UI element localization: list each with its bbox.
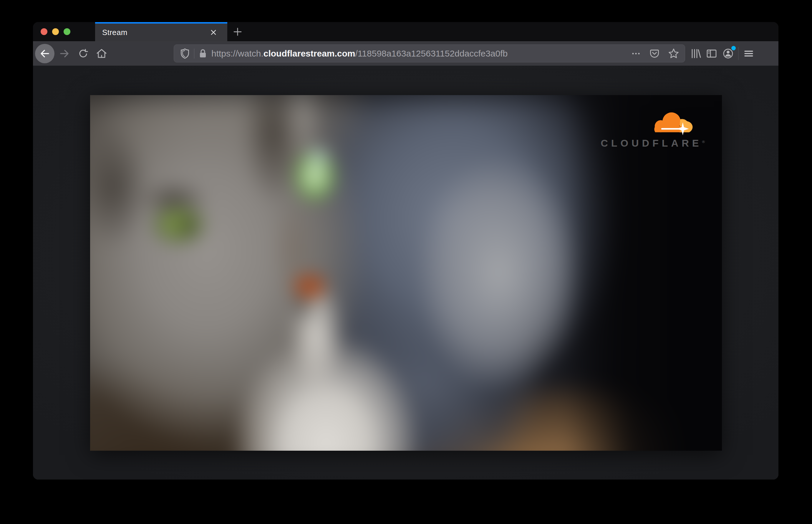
sidebar-icon[interactable] [705, 47, 718, 60]
account-notification-dot [731, 46, 736, 50]
trademark-symbol: ® [702, 140, 705, 144]
tracking-protection-shield-icon[interactable] [180, 48, 190, 59]
page-content: CLOUDFLARE® [33, 66, 778, 479]
plus-icon [232, 27, 243, 37]
new-tab-button[interactable] [227, 22, 248, 41]
cloudflare-cloud-icon [645, 110, 697, 136]
forward-icon [59, 48, 70, 60]
window-controls [33, 22, 95, 41]
close-window-button[interactable] [40, 28, 47, 35]
video-player[interactable]: CLOUDFLARE® [90, 95, 722, 451]
home-button[interactable] [95, 47, 108, 60]
reload-button[interactable] [78, 48, 89, 60]
cloudflare-wordmark: CLOUDFLARE® [601, 137, 705, 149]
tab-stream[interactable]: Stream [95, 22, 227, 41]
lock-icon[interactable] [198, 48, 207, 59]
pocket-icon[interactable] [649, 48, 660, 59]
library-icon[interactable] [689, 47, 702, 60]
back-icon [39, 48, 51, 60]
url-text: https://watch.cloudflarestream.com/11859… [211, 49, 631, 59]
home-icon [95, 47, 108, 60]
url-bar-actions [631, 48, 680, 60]
bookmark-star-icon[interactable] [668, 48, 680, 60]
forward-button[interactable] [59, 48, 70, 60]
hamburger-menu-icon[interactable] [743, 47, 755, 60]
url-path: /118598a163a125631152ddaccfe3a0fb [355, 49, 508, 58]
tab-bar: Stream [33, 22, 778, 41]
cloudflare-watermark: CLOUDFLARE® [608, 110, 705, 149]
browser-window: Stream [33, 22, 778, 479]
page-actions-ellipsis-icon[interactable] [631, 48, 641, 59]
toolbar-divider [738, 47, 739, 60]
back-button[interactable] [35, 44, 54, 63]
account-button[interactable] [721, 47, 734, 60]
minimize-window-button[interactable] [52, 28, 59, 35]
url-bar-divider [194, 49, 194, 59]
url-domain: cloudflarestream.com [263, 49, 355, 58]
reload-icon [78, 48, 89, 60]
close-icon[interactable] [209, 27, 218, 37]
tab-title: Stream [102, 28, 209, 37]
url-prefix: https://watch. [211, 49, 263, 58]
navigation-toolbar: https://watch.cloudflarestream.com/11859… [33, 41, 778, 66]
url-bar[interactable]: https://watch.cloudflarestream.com/11859… [174, 45, 685, 62]
zoom-window-button[interactable] [64, 28, 70, 35]
